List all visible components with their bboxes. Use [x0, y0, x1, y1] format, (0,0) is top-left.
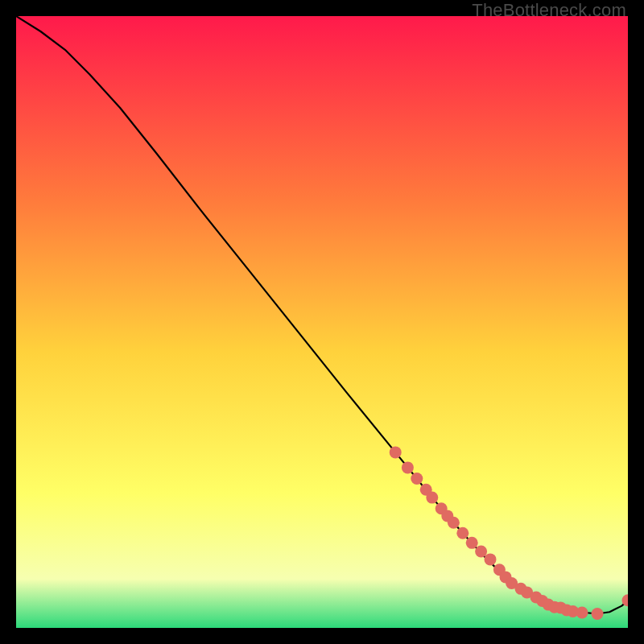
- curve-marker: [592, 608, 604, 620]
- curve-marker: [576, 607, 588, 619]
- curve-marker: [485, 553, 497, 565]
- gradient-background: [16, 16, 628, 628]
- watermark-text: TheBottleneck.com: [472, 0, 626, 21]
- curve-marker: [402, 461, 414, 473]
- bottleneck-chart: [16, 16, 628, 628]
- chart-stage: TheBottleneck.com: [0, 0, 644, 644]
- curve-marker: [448, 517, 460, 529]
- curve-marker: [475, 546, 487, 558]
- curve-marker: [466, 537, 478, 549]
- curve-marker: [411, 473, 423, 485]
- curve-marker: [456, 527, 469, 539]
- curve-marker: [390, 446, 402, 458]
- curve-marker: [426, 492, 438, 504]
